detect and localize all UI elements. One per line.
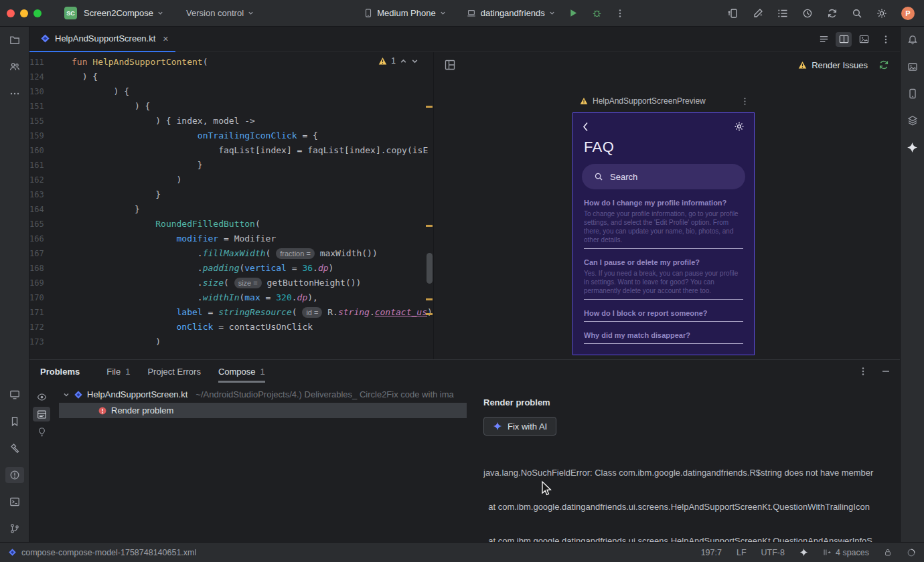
assistant-tool-button[interactable] (903, 59, 922, 75)
preview-name[interactable]: HelpAndSupportScreenPreview (580, 96, 706, 106)
cursor-position-widget[interactable]: 197:7 (701, 548, 722, 557)
encoding-widget[interactable]: UTF-8 (761, 548, 785, 557)
ai-status-widget[interactable] (799, 548, 808, 557)
zoom-window-button[interactable] (33, 9, 42, 17)
project-menu[interactable]: Screen2Compose (84, 8, 163, 18)
run-toolbar: Medium Phone datingandfriends (357, 8, 625, 18)
logcat-tool-button[interactable] (5, 387, 24, 403)
quick-fixes-button[interactable] (33, 424, 50, 439)
chevron-up-icon[interactable] (400, 58, 407, 65)
ai-assistant-button[interactable] (753, 8, 763, 19)
todo-button[interactable] (777, 8, 788, 19)
show-details-button[interactable] (33, 407, 50, 421)
code-editor[interactable]: 111 fun HelpAndSupportContent(124 ) {130… (29, 52, 434, 359)
compose-file-icon (40, 33, 50, 43)
profiler-button[interactable] (802, 8, 813, 19)
progress-indicator[interactable] (907, 548, 916, 557)
preview-layout-button[interactable] (445, 60, 455, 70)
render-issues-status[interactable]: Render Issues (798, 60, 868, 70)
search-icon (594, 172, 603, 181)
monitor-icon (9, 389, 20, 400)
line-ending-widget[interactable]: LF (737, 548, 747, 557)
chevron-down-icon[interactable] (63, 391, 70, 398)
version-control-label: Version control (186, 8, 244, 18)
bookmarks-tool-button[interactable] (5, 413, 24, 430)
notifications-button[interactable] (903, 32, 922, 48)
layers-icon (907, 115, 918, 126)
faq-divider (584, 321, 743, 322)
close-window-button[interactable] (7, 9, 15, 17)
preview-screen-topbar (573, 113, 754, 132)
version-control-tool-button[interactable] (5, 521, 24, 537)
main-area: HelpAndSupportScreen.kt × 111 fun HelpAn… (29, 27, 900, 542)
editor-options-button[interactable] (881, 35, 891, 44)
faq-question: Why did my match disappear? (584, 331, 743, 339)
lock-icon (884, 548, 892, 557)
editor-tab-bar: HelpAndSupportScreen.kt × (29, 27, 900, 52)
tab-file[interactable]: File 1 (106, 360, 130, 383)
settings-button[interactable] (876, 8, 887, 19)
chevron-down-icon (549, 10, 555, 16)
close-tab-button[interactable]: × (163, 34, 168, 43)
fix-with-ai-button[interactable]: Fix with AI (483, 417, 556, 436)
refresh-preview-button[interactable] (878, 60, 889, 70)
tree-problem-label: Render problem (111, 405, 173, 415)
resource-manager-tool-button[interactable] (5, 59, 24, 75)
status-file[interactable]: compose-compose-model-1758748140651.xml (8, 548, 196, 557)
gemini-tool-button[interactable] (903, 139, 922, 155)
version-control-menu[interactable]: Version control (186, 8, 254, 18)
preview-problems-button[interactable] (33, 389, 50, 404)
more-run-actions-button[interactable] (615, 9, 625, 18)
indent-icon (823, 548, 832, 557)
preview-screen-title: FAQ (584, 138, 754, 156)
warning-stripe-mark (426, 106, 433, 108)
chevron-down-icon[interactable] (411, 58, 418, 65)
faq-question: How do I change my profile information? (584, 199, 743, 207)
user-avatar[interactable]: P (901, 7, 915, 20)
grid-layout-icon (445, 60, 455, 70)
run-configuration-selector[interactable]: datingandfriends (466, 8, 555, 18)
run-button[interactable] (568, 8, 579, 18)
hammer-icon (9, 443, 20, 454)
project-logo: SC (64, 7, 77, 19)
preview-options-button[interactable] (741, 97, 749, 106)
tab-project-errors[interactable]: Project Errors (147, 360, 200, 383)
refresh-icon (878, 60, 889, 70)
preview-phone-frame[interactable]: FAQ Search How do I change my profile in… (572, 112, 755, 355)
sync-icon (827, 8, 838, 19)
faq-divider (584, 343, 743, 344)
device-selector-label: Medium Phone (377, 8, 435, 18)
project-tool-button[interactable] (5, 32, 24, 48)
readonly-toggle[interactable] (884, 548, 892, 557)
device-selector[interactable]: Medium Phone (364, 8, 445, 18)
device-manager-tool-button[interactable] (903, 86, 922, 102)
design-view-button[interactable] (856, 32, 872, 47)
problems-tool-button[interactable] (5, 467, 24, 483)
split-view-button[interactable] (836, 32, 852, 47)
tree-file-row[interactable]: HelpAndSupportScreen.kt ~/AndroidStudioP… (54, 387, 475, 402)
inspection-widget[interactable]: 1 (378, 56, 418, 66)
chevron-down-icon (440, 10, 446, 16)
minimize-window-button[interactable] (20, 9, 28, 17)
preview-name-label: HelpAndSupportScreenPreview (593, 96, 706, 106)
editor-tab[interactable]: HelpAndSupportScreen.kt × (29, 27, 175, 52)
panel-options-button[interactable] (858, 367, 868, 376)
editor-scrollbar[interactable] (427, 253, 433, 284)
search-everywhere-button[interactable] (852, 8, 862, 19)
tab-compose[interactable]: Compose 1 (218, 360, 265, 383)
build-variants-tool-button[interactable] (903, 112, 922, 128)
device-mirroring-button[interactable] (728, 8, 739, 19)
problems-panel-header: Problems File 1 Project Errors Compose 1 (29, 360, 900, 383)
build-tool-button[interactable] (5, 440, 24, 456)
hide-panel-button[interactable] (881, 367, 891, 376)
code-lines: 111 fun HelpAndSupportContent(124 ) {130… (29, 52, 433, 349)
tree-problem-row[interactable]: Render problem (59, 403, 467, 418)
sync-button[interactable] (827, 8, 838, 19)
editor-tab-label: HelpAndSupportScreen.kt (55, 33, 155, 43)
more-tool-windows-button[interactable] (5, 86, 24, 102)
debug-button[interactable] (592, 8, 602, 18)
code-view-button[interactable] (816, 32, 832, 47)
minimize-icon (881, 367, 891, 376)
indent-widget[interactable]: 4 spaces (823, 548, 869, 557)
terminal-tool-button[interactable] (5, 494, 24, 510)
